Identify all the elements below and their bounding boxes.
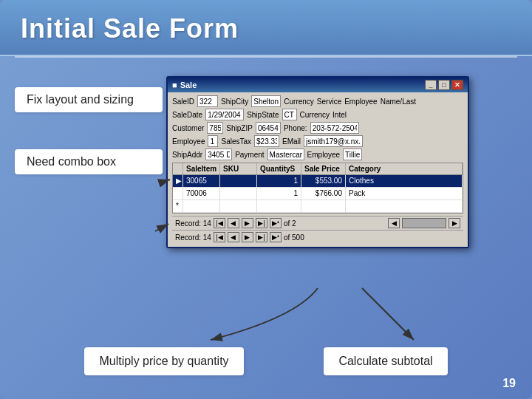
col-marker xyxy=(173,163,183,174)
ship-addr-input[interactable] xyxy=(205,149,232,160)
col-quantity: QuantityS xyxy=(257,163,301,174)
currency-label: Currency xyxy=(284,98,314,106)
nav1-prev-button[interactable]: ◀ xyxy=(228,218,239,228)
row1-qty: 1 xyxy=(257,175,301,187)
slide-title: Initial Sale Form xyxy=(21,13,239,44)
form-row-4: Employee SalesTax EMail xyxy=(172,135,463,147)
name-label: Name/Last xyxy=(381,98,416,106)
nav1-new-button[interactable]: ▶* xyxy=(270,218,282,228)
row1-price: $553.00 xyxy=(301,175,346,187)
grid-row-2[interactable]: 70006 1 $766.00 Pack xyxy=(173,188,463,200)
label-combo-box: Need combo box xyxy=(15,149,163,174)
currency2-label: Currency xyxy=(300,111,330,119)
employee2-label: Employee xyxy=(307,151,340,159)
row3-qty xyxy=(257,200,301,212)
nav1-of-label: of 2 xyxy=(284,219,296,228)
title-bar: Initial Sale Form xyxy=(0,0,532,56)
form-row-5: ShipAddr Payment Employee xyxy=(172,149,463,160)
labels-column: Fix layout and sizing Need combo box xyxy=(15,80,177,197)
sale-date-label: SaleDate xyxy=(172,111,202,119)
nav1-scroll-right[interactable]: ▶ xyxy=(449,218,460,228)
nav1-first-button[interactable]: |◀ xyxy=(214,218,225,228)
nav2-of-label: of 500 xyxy=(284,233,304,242)
label-fix-layout: Fix layout and sizing xyxy=(15,87,163,112)
row1-sku xyxy=(220,175,257,187)
sale-id-input[interactable] xyxy=(197,95,218,107)
maximize-button[interactable]: □ xyxy=(438,80,450,90)
record-nav-1: Record: 14 |◀ ◀ ▶ ▶| ▶* of 2 ◀ ▶ xyxy=(172,216,463,230)
form-row-2: SaleDate ShipState Currency Intel xyxy=(172,109,463,120)
nav1-next-button[interactable]: ▶ xyxy=(242,218,253,228)
employee-input[interactable] xyxy=(208,135,218,147)
intel-label: Intel xyxy=(332,111,347,119)
payment-input[interactable] xyxy=(267,149,304,160)
customer-label: Customer xyxy=(172,124,204,132)
window-title: Sale xyxy=(180,81,197,89)
row3-saleitem xyxy=(183,200,220,212)
sales-tax-input[interactable] xyxy=(254,135,279,147)
employee2-input[interactable] xyxy=(343,149,362,160)
window-title-area: ■ Sale xyxy=(172,81,197,89)
row2-sku xyxy=(220,188,257,200)
email-input[interactable] xyxy=(304,135,363,147)
label-multiply-price: Multiply price by quantity xyxy=(84,347,243,375)
nav1-record-label: Record: 14 xyxy=(175,219,211,228)
nav2-last-button[interactable]: ▶| xyxy=(256,232,267,242)
nav2-next-button[interactable]: ▶ xyxy=(242,232,253,242)
row2-marker xyxy=(173,188,183,200)
ship-addr-label: ShipAddr xyxy=(172,151,202,159)
form-row-3: Customer ShipZIP Phone: xyxy=(172,122,463,134)
phone-input[interactable] xyxy=(310,122,359,134)
form-row-1: SaleID ShipCity Currency Service Employe… xyxy=(172,95,463,107)
col-sku: SKU xyxy=(220,163,257,174)
grid-row-1[interactable]: ▶ 30065 1 $553.00 Clothes xyxy=(173,175,463,188)
ship-zip-label: ShipZIP xyxy=(226,124,253,132)
row1-marker: ▶ xyxy=(173,175,183,187)
nav2-prev-button[interactable]: ◀ xyxy=(228,232,239,242)
ship-city-label: ShipCity xyxy=(221,98,248,106)
nav2-record-label: Record: 14 xyxy=(175,233,211,242)
ship-state-input[interactable] xyxy=(282,109,297,120)
ship-city-input[interactable] xyxy=(251,95,281,107)
row1-category: Clothes xyxy=(346,175,463,187)
bottom-area: Multiply price by quantity Calculate sub… xyxy=(0,347,532,375)
grid-header: SaleItem SKU QuantityS Sale Price Catego… xyxy=(173,163,463,175)
row2-saleitem: 70006 xyxy=(183,188,220,200)
sale-date-input[interactable] xyxy=(205,109,244,120)
slide-container: Initial Sale Form Fix layout and sizing … xyxy=(0,0,532,399)
sale-window: ■ Sale _ □ ✕ SaleID ShipCity Currency xyxy=(166,76,469,248)
label-calculate-subtotal: Calculate subtotal xyxy=(324,347,447,375)
nav1-scroll-left[interactable]: ◀ xyxy=(388,218,400,228)
record-nav-2: Record: 14 |◀ ◀ ▶ ▶| ▶* of 500 xyxy=(172,230,463,244)
row1-saleitem: 30065 xyxy=(183,175,220,187)
row3-category xyxy=(346,200,463,212)
nav2-first-button[interactable]: |◀ xyxy=(214,232,225,242)
col-saleitem: SaleItem xyxy=(183,163,220,174)
close-button[interactable]: ✕ xyxy=(451,80,463,90)
customer-input[interactable] xyxy=(207,122,223,134)
row3-marker: * xyxy=(173,200,183,212)
nav1-last-button[interactable]: ▶| xyxy=(256,218,267,228)
form-body: SaleID ShipCity Currency Service Employe… xyxy=(168,92,468,247)
ship-zip-input[interactable] xyxy=(256,122,281,134)
nav1-scrollbar[interactable] xyxy=(402,218,446,228)
row3-sku xyxy=(220,200,257,212)
col-category: Category xyxy=(346,163,463,174)
sale-id-label: SaleID xyxy=(172,98,194,106)
row3-price xyxy=(301,200,346,212)
employee-label-top: Employee xyxy=(344,98,377,106)
row2-category: Pack xyxy=(346,188,463,200)
payment-label: Payment xyxy=(235,151,264,159)
employee-label: Employee xyxy=(172,137,205,146)
ship-state-label: ShipState xyxy=(247,111,279,119)
col-price: Sale Price xyxy=(301,163,346,174)
row2-price: $766.00 xyxy=(301,188,346,200)
grid-row-new[interactable]: * xyxy=(173,200,463,213)
window-controls: _ □ ✕ xyxy=(425,80,463,90)
nav2-new-button[interactable]: ▶* xyxy=(270,232,282,242)
phone-label: Phone: xyxy=(284,124,307,132)
email-label: EMail xyxy=(282,137,301,146)
service-label: Service xyxy=(317,98,341,106)
row2-qty: 1 xyxy=(257,188,301,200)
minimize-button[interactable]: _ xyxy=(425,80,437,90)
